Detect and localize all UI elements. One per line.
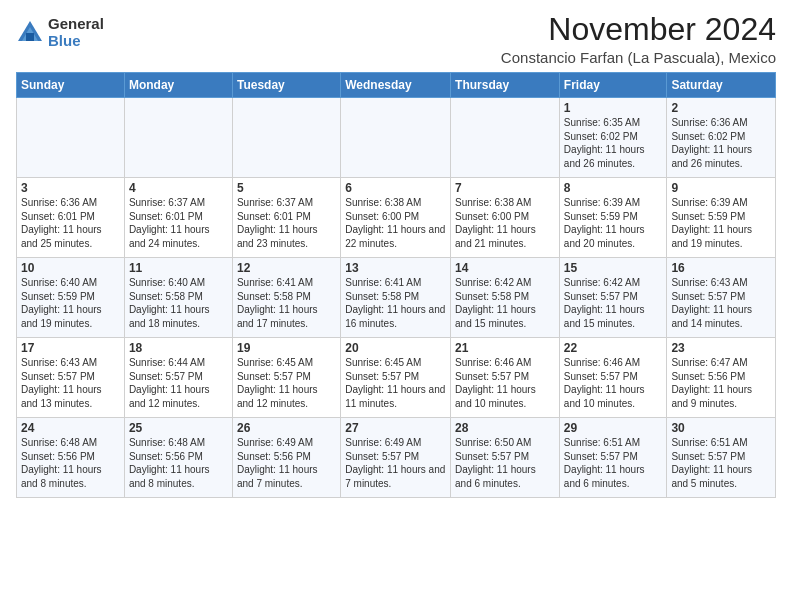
calendar-cell [17, 98, 125, 178]
calendar-row: 10Sunrise: 6:40 AM Sunset: 5:59 PM Dayli… [17, 258, 776, 338]
logo-general: General [48, 16, 104, 33]
day-number: 21 [455, 341, 555, 355]
day-info: Sunrise: 6:40 AM Sunset: 5:59 PM Dayligh… [21, 276, 120, 330]
calendar-cell: 6Sunrise: 6:38 AM Sunset: 6:00 PM Daylig… [341, 178, 451, 258]
calendar-cell: 4Sunrise: 6:37 AM Sunset: 6:01 PM Daylig… [124, 178, 232, 258]
logo-text: General Blue [48, 16, 104, 49]
calendar-cell: 18Sunrise: 6:44 AM Sunset: 5:57 PM Dayli… [124, 338, 232, 418]
day-number: 11 [129, 261, 228, 275]
day-info: Sunrise: 6:45 AM Sunset: 5:57 PM Dayligh… [345, 356, 446, 410]
day-info: Sunrise: 6:41 AM Sunset: 5:58 PM Dayligh… [237, 276, 336, 330]
day-number: 30 [671, 421, 771, 435]
location-title: Constancio Farfan (La Pascuala), Mexico [501, 49, 776, 66]
calendar-row: 3Sunrise: 6:36 AM Sunset: 6:01 PM Daylig… [17, 178, 776, 258]
day-info: Sunrise: 6:49 AM Sunset: 5:56 PM Dayligh… [237, 436, 336, 490]
day-info: Sunrise: 6:37 AM Sunset: 6:01 PM Dayligh… [237, 196, 336, 250]
day-info: Sunrise: 6:37 AM Sunset: 6:01 PM Dayligh… [129, 196, 228, 250]
month-title: November 2024 [501, 12, 776, 47]
day-info: Sunrise: 6:51 AM Sunset: 5:57 PM Dayligh… [671, 436, 771, 490]
day-number: 3 [21, 181, 120, 195]
weekday-row: SundayMondayTuesdayWednesdayThursdayFrid… [17, 73, 776, 98]
calendar-cell: 10Sunrise: 6:40 AM Sunset: 5:59 PM Dayli… [17, 258, 125, 338]
svg-rect-2 [26, 33, 34, 41]
day-info: Sunrise: 6:39 AM Sunset: 5:59 PM Dayligh… [671, 196, 771, 250]
day-info: Sunrise: 6:47 AM Sunset: 5:56 PM Dayligh… [671, 356, 771, 410]
calendar-cell: 1Sunrise: 6:35 AM Sunset: 6:02 PM Daylig… [559, 98, 667, 178]
calendar-cell: 27Sunrise: 6:49 AM Sunset: 5:57 PM Dayli… [341, 418, 451, 498]
day-info: Sunrise: 6:48 AM Sunset: 5:56 PM Dayligh… [21, 436, 120, 490]
day-number: 9 [671, 181, 771, 195]
calendar-cell [124, 98, 232, 178]
calendar-cell: 28Sunrise: 6:50 AM Sunset: 5:57 PM Dayli… [451, 418, 560, 498]
day-number: 8 [564, 181, 663, 195]
day-number: 28 [455, 421, 555, 435]
calendar-cell: 12Sunrise: 6:41 AM Sunset: 5:58 PM Dayli… [232, 258, 340, 338]
day-number: 19 [237, 341, 336, 355]
calendar-cell: 8Sunrise: 6:39 AM Sunset: 5:59 PM Daylig… [559, 178, 667, 258]
day-number: 22 [564, 341, 663, 355]
day-info: Sunrise: 6:51 AM Sunset: 5:57 PM Dayligh… [564, 436, 663, 490]
day-info: Sunrise: 6:35 AM Sunset: 6:02 PM Dayligh… [564, 116, 663, 170]
day-number: 18 [129, 341, 228, 355]
day-number: 2 [671, 101, 771, 115]
day-info: Sunrise: 6:39 AM Sunset: 5:59 PM Dayligh… [564, 196, 663, 250]
calendar-cell: 30Sunrise: 6:51 AM Sunset: 5:57 PM Dayli… [667, 418, 776, 498]
day-number: 7 [455, 181, 555, 195]
calendar-cell: 15Sunrise: 6:42 AM Sunset: 5:57 PM Dayli… [559, 258, 667, 338]
calendar-cell: 17Sunrise: 6:43 AM Sunset: 5:57 PM Dayli… [17, 338, 125, 418]
calendar-cell: 25Sunrise: 6:48 AM Sunset: 5:56 PM Dayli… [124, 418, 232, 498]
calendar-cell: 22Sunrise: 6:46 AM Sunset: 5:57 PM Dayli… [559, 338, 667, 418]
calendar-body: 1Sunrise: 6:35 AM Sunset: 6:02 PM Daylig… [17, 98, 776, 498]
calendar-cell: 29Sunrise: 6:51 AM Sunset: 5:57 PM Dayli… [559, 418, 667, 498]
calendar-cell [232, 98, 340, 178]
day-info: Sunrise: 6:46 AM Sunset: 5:57 PM Dayligh… [455, 356, 555, 410]
calendar-header: SundayMondayTuesdayWednesdayThursdayFrid… [17, 73, 776, 98]
day-number: 15 [564, 261, 663, 275]
calendar-cell: 14Sunrise: 6:42 AM Sunset: 5:58 PM Dayli… [451, 258, 560, 338]
logo-blue: Blue [48, 33, 104, 50]
day-number: 10 [21, 261, 120, 275]
calendar-cell: 13Sunrise: 6:41 AM Sunset: 5:58 PM Dayli… [341, 258, 451, 338]
day-info: Sunrise: 6:40 AM Sunset: 5:58 PM Dayligh… [129, 276, 228, 330]
calendar-cell [341, 98, 451, 178]
day-number: 17 [21, 341, 120, 355]
day-info: Sunrise: 6:36 AM Sunset: 6:01 PM Dayligh… [21, 196, 120, 250]
weekday-header: Thursday [451, 73, 560, 98]
calendar-cell: 5Sunrise: 6:37 AM Sunset: 6:01 PM Daylig… [232, 178, 340, 258]
day-number: 20 [345, 341, 446, 355]
day-number: 23 [671, 341, 771, 355]
weekday-header: Sunday [17, 73, 125, 98]
weekday-header: Monday [124, 73, 232, 98]
page-container: General Blue November 2024 Constancio Fa… [0, 0, 792, 506]
day-info: Sunrise: 6:43 AM Sunset: 5:57 PM Dayligh… [671, 276, 771, 330]
day-info: Sunrise: 6:36 AM Sunset: 6:02 PM Dayligh… [671, 116, 771, 170]
calendar-cell: 26Sunrise: 6:49 AM Sunset: 5:56 PM Dayli… [232, 418, 340, 498]
calendar-cell: 19Sunrise: 6:45 AM Sunset: 5:57 PM Dayli… [232, 338, 340, 418]
weekday-header: Saturday [667, 73, 776, 98]
calendar-table: SundayMondayTuesdayWednesdayThursdayFrid… [16, 72, 776, 498]
logo-icon [16, 19, 44, 47]
day-info: Sunrise: 6:44 AM Sunset: 5:57 PM Dayligh… [129, 356, 228, 410]
day-number: 1 [564, 101, 663, 115]
day-info: Sunrise: 6:48 AM Sunset: 5:56 PM Dayligh… [129, 436, 228, 490]
day-info: Sunrise: 6:41 AM Sunset: 5:58 PM Dayligh… [345, 276, 446, 330]
day-info: Sunrise: 6:42 AM Sunset: 5:58 PM Dayligh… [455, 276, 555, 330]
weekday-header: Tuesday [232, 73, 340, 98]
day-info: Sunrise: 6:50 AM Sunset: 5:57 PM Dayligh… [455, 436, 555, 490]
day-info: Sunrise: 6:38 AM Sunset: 6:00 PM Dayligh… [345, 196, 446, 250]
day-number: 27 [345, 421, 446, 435]
calendar-cell: 2Sunrise: 6:36 AM Sunset: 6:02 PM Daylig… [667, 98, 776, 178]
day-number: 6 [345, 181, 446, 195]
calendar-row: 24Sunrise: 6:48 AM Sunset: 5:56 PM Dayli… [17, 418, 776, 498]
logo: General Blue [16, 16, 104, 49]
day-number: 26 [237, 421, 336, 435]
header-row: General Blue November 2024 Constancio Fa… [16, 12, 776, 66]
day-number: 5 [237, 181, 336, 195]
day-info: Sunrise: 6:45 AM Sunset: 5:57 PM Dayligh… [237, 356, 336, 410]
calendar-cell: 21Sunrise: 6:46 AM Sunset: 5:57 PM Dayli… [451, 338, 560, 418]
calendar-cell: 3Sunrise: 6:36 AM Sunset: 6:01 PM Daylig… [17, 178, 125, 258]
day-number: 12 [237, 261, 336, 275]
day-number: 24 [21, 421, 120, 435]
calendar-row: 17Sunrise: 6:43 AM Sunset: 5:57 PM Dayli… [17, 338, 776, 418]
calendar-cell: 11Sunrise: 6:40 AM Sunset: 5:58 PM Dayli… [124, 258, 232, 338]
